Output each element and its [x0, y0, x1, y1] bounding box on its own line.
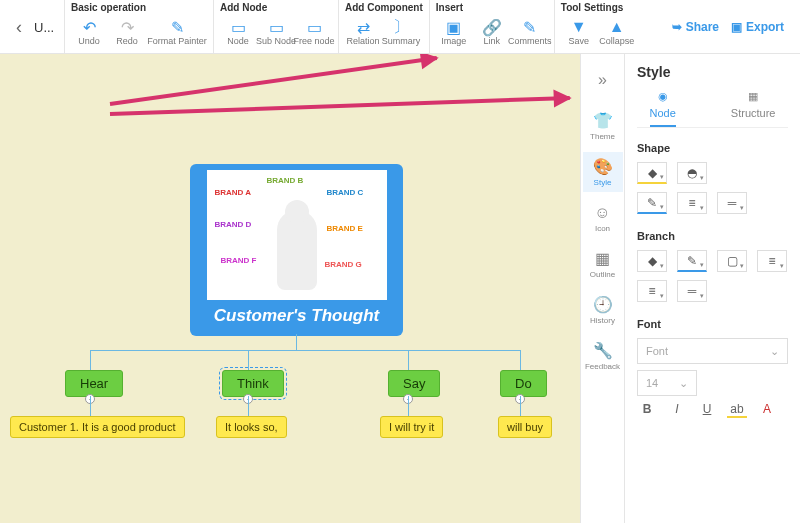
branch-line-tool[interactable]: ≡▾ — [757, 250, 787, 272]
chevron-down-icon: ⌄ — [770, 345, 779, 358]
sub-node-button[interactable]: ▭Sub Node — [258, 15, 294, 49]
center-image: BRAND A BRAND B BRAND C BRAND D BRAND E … — [207, 170, 387, 300]
group-tool-settings: Tool Settings ▼Save ▲Collapse — [554, 0, 641, 54]
branch-node-think[interactable]: Think — [222, 370, 284, 397]
panel-tab-structure[interactable]: ▦Structure — [731, 90, 776, 127]
node-icon: ◉ — [658, 90, 668, 103]
clock-icon: 🕘 — [593, 295, 613, 314]
child-node[interactable]: will buy — [498, 416, 552, 438]
file-name[interactable]: U... — [34, 0, 64, 54]
branch-fill-tool[interactable]: ◆▾ — [637, 250, 667, 272]
undo-button[interactable]: ↶Undo — [71, 15, 107, 49]
free-node-button[interactable]: ▭Free node — [296, 15, 332, 49]
branch-color-tool[interactable]: ✎▾ — [677, 250, 707, 272]
export-icon: ▣ — [731, 20, 742, 34]
branch-node-say[interactable]: Say — [388, 370, 440, 397]
center-node[interactable]: BRAND A BRAND B BRAND C BRAND D BRAND E … — [190, 164, 403, 336]
summary-button[interactable]: 〕Summary — [383, 15, 419, 49]
relation-button[interactable]: ⇄Relation — [345, 15, 381, 49]
text-color-button[interactable]: A — [757, 402, 777, 418]
side-tabs: » 👕Theme 🎨Style ☺Icon ▦Outline 🕘History … — [580, 54, 625, 523]
font-size-select[interactable]: 14⌄ — [637, 370, 697, 396]
section-font: Font Font⌄ 14⌄ B I U ab A — [637, 318, 788, 418]
panel-title: Style — [637, 64, 788, 80]
share-icon: ➥ — [672, 20, 682, 34]
section-branch: Branch ◆▾ ✎▾ ▢▾ ≡▾ ≡▾ ═▾ — [637, 230, 788, 302]
shirt-icon: 👕 — [593, 111, 613, 130]
group-add-node: Add Node ▭Node ▭Sub Node ▭Free node — [213, 0, 338, 54]
canvas[interactable]: BRAND A BRAND B BRAND C BRAND D BRAND E … — [0, 54, 580, 523]
redo-button[interactable]: ↷Redo — [109, 15, 145, 49]
branch-style-tool[interactable]: ═▾ — [677, 280, 707, 302]
fill-color-tool[interactable]: ◆▾ — [637, 162, 667, 184]
underline-button[interactable]: U — [697, 402, 717, 418]
tab-feedback[interactable]: 🔧Feedback — [583, 336, 623, 376]
back-button[interactable]: ‹ — [4, 0, 34, 54]
wrench-icon: 🔧 — [593, 341, 613, 360]
node-button[interactable]: ▭Node — [220, 15, 256, 49]
chevron-down-icon: ⌄ — [679, 377, 688, 390]
child-node[interactable]: I will try it — [380, 416, 443, 438]
branch-node-do[interactable]: Do — [500, 370, 547, 397]
branch-width-tool[interactable]: ≡▾ — [637, 280, 667, 302]
structure-icon: ▦ — [748, 90, 758, 103]
group-insert: Insert ▣Image 🔗Link ✎Comments — [429, 0, 554, 54]
style-panel: Style ◉Node ▦Structure Shape ◆▾ ◓▾ ✎▾ ≡▾… — [625, 54, 800, 523]
border-style-tool[interactable]: ═▾ — [717, 192, 747, 214]
child-node[interactable]: It looks so, — [216, 416, 287, 438]
border-color-tool[interactable]: ✎▾ — [637, 192, 667, 214]
tab-icon[interactable]: ☺Icon — [583, 198, 623, 238]
tab-theme[interactable]: 👕Theme — [583, 106, 623, 146]
save-button[interactable]: ▼Save — [561, 15, 597, 49]
panel-tab-node[interactable]: ◉Node — [650, 90, 676, 127]
image-button[interactable]: ▣Image — [436, 15, 472, 49]
center-title: Customer's Thought — [190, 300, 403, 336]
export-button[interactable]: ▣Export — [731, 20, 784, 34]
smile-icon: ☺ — [594, 204, 610, 222]
section-shape: Shape ◆▾ ◓▾ ✎▾ ≡▾ ═▾ — [637, 142, 788, 214]
grid-icon: ▦ — [595, 249, 610, 268]
child-node[interactable]: Customer 1. It is a good product — [10, 416, 185, 438]
branch-shape-tool[interactable]: ▢▾ — [717, 250, 747, 272]
branch-node-hear[interactable]: Hear — [65, 370, 123, 397]
group-add-component: Add Component ⇄Relation 〕Summary — [338, 0, 429, 54]
group-basic-operation: Basic operation ↶Undo ↷Redo ✎Format Pain… — [64, 0, 213, 54]
bold-button[interactable]: B — [637, 402, 657, 418]
right-actions: ➥Share ▣Export — [672, 0, 796, 54]
highlight-button[interactable]: ab — [727, 402, 747, 418]
collapse-button[interactable]: ▲Collapse — [599, 15, 635, 49]
toolbar: ‹ U... Basic operation ↶Undo ↷Redo ✎Form… — [0, 0, 800, 54]
tab-history[interactable]: 🕘History — [583, 290, 623, 330]
link-button[interactable]: 🔗Link — [474, 15, 510, 49]
shape-tool[interactable]: ◓▾ — [677, 162, 707, 184]
tab-outline[interactable]: ▦Outline — [583, 244, 623, 284]
comments-button[interactable]: ✎Comments — [512, 15, 548, 49]
annotation-arrow — [110, 58, 437, 104]
tab-style[interactable]: 🎨Style — [583, 152, 623, 192]
annotation-arrow — [110, 98, 570, 114]
tab-expand[interactable]: » — [583, 60, 623, 100]
font-family-select[interactable]: Font⌄ — [637, 338, 788, 364]
italic-button[interactable]: I — [667, 402, 687, 418]
share-button[interactable]: ➥Share — [672, 20, 719, 34]
palette-icon: 🎨 — [593, 157, 613, 176]
border-width-tool[interactable]: ≡▾ — [677, 192, 707, 214]
format-painter-button[interactable]: ✎Format Painter — [147, 15, 207, 49]
